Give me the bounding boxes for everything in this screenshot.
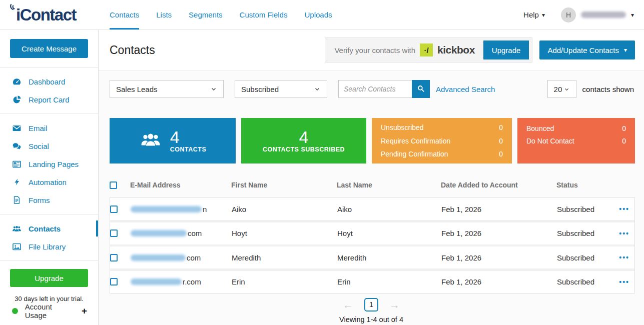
nav-tab-custom-fields[interactable]: Custom Fields xyxy=(240,0,288,30)
row-checkbox[interactable] xyxy=(110,230,118,237)
sidebar-item-label: Contacts xyxy=(29,224,61,233)
sidebar-item-automation[interactable]: Automation xyxy=(0,173,98,191)
search-input[interactable] xyxy=(338,80,412,98)
advanced-search-link[interactable]: Advanced Search xyxy=(436,85,495,94)
stat-label: Pending Confirmation xyxy=(381,150,448,158)
stat-label: Do Not Contact xyxy=(526,137,574,145)
table-row[interactable]: com Hoyt Hoyt Feb 1, 2026 Subscribed ••• xyxy=(110,222,634,244)
pagination: ← 1 → Viewing 1-4 out of 4 xyxy=(99,298,644,324)
user-name-redacted xyxy=(581,12,626,18)
row-menu-icon[interactable]: ••• xyxy=(619,205,634,213)
sidebar-item-email[interactable]: Email xyxy=(0,119,98,137)
danger-stats-card[interactable]: Bounced 0 Do Not Contact 0 xyxy=(517,118,635,164)
first-name-cell: Meredith xyxy=(232,254,337,262)
status-filter-select[interactable]: Subscribed xyxy=(235,80,327,98)
list-filter-select[interactable]: Sales Leads xyxy=(110,80,224,98)
page-number-button[interactable]: 1 xyxy=(364,298,378,312)
sidebar-item-forms[interactable]: Forms xyxy=(0,191,98,209)
caret-down-icon: ▾ xyxy=(624,46,627,54)
expand-plus-icon[interactable]: + xyxy=(82,306,87,316)
kickbox-upgrade-button[interactable]: Upgrade xyxy=(483,40,529,60)
search-icon xyxy=(416,84,425,94)
sidebar-group-channels: Email Social Landing Pages Automation Fo… xyxy=(0,114,98,214)
forms-icon xyxy=(12,196,22,205)
help-menu[interactable]: Help ▾ xyxy=(523,10,545,19)
table-row[interactable]: r.com Erin Erin Feb 1, 2026 Subscribed •… xyxy=(110,271,634,293)
file-library-icon xyxy=(12,242,22,252)
row-menu-icon[interactable]: ••• xyxy=(619,230,634,238)
create-message-button[interactable]: Create Message xyxy=(10,39,88,58)
subscribed-value: 4 xyxy=(299,128,309,146)
contacts-total-value: 4 xyxy=(170,128,207,146)
email-suffix: n xyxy=(203,205,207,214)
stat-label: Unsubscribed xyxy=(381,124,424,132)
row-checkbox[interactable] xyxy=(110,278,118,286)
nav-tab-contacts[interactable]: Contacts xyxy=(110,0,139,30)
stat-line: Do Not Contact 0 xyxy=(526,137,626,145)
email-cell[interactable]: r.com xyxy=(131,278,232,286)
main-content: Contacts Verify your contacts with ·/ ki… xyxy=(99,30,644,325)
select-all-checkbox[interactable] xyxy=(110,182,117,189)
redacted-email xyxy=(131,230,187,236)
email-cell[interactable]: n xyxy=(131,205,232,214)
row-menu-icon[interactable]: ••• xyxy=(619,278,634,286)
last-name-cell: Hoyt xyxy=(337,229,441,238)
upgrade-button[interactable]: Upgrade xyxy=(10,269,88,287)
user-menu-caret-icon[interactable]: ▾ xyxy=(631,12,634,18)
add-update-contacts-button[interactable]: Add/Update Contacts ▾ xyxy=(539,40,635,60)
top-bar: iContact Contacts Lists Segments Custom … xyxy=(0,0,644,30)
status-cell: Subscribed xyxy=(557,254,605,262)
row-menu-icon[interactable]: ••• xyxy=(619,254,634,262)
nav-tab-lists[interactable]: Lists xyxy=(156,0,172,30)
contacts-total-label: CONTACTS xyxy=(170,146,207,153)
filter-bar: Sales Leads Subscribed Advanced Search 2… xyxy=(99,80,644,98)
sidebar-item-label: Forms xyxy=(29,196,50,204)
sidebar-item-file-library[interactable]: File Library xyxy=(0,238,98,256)
list-filter-value: Sales Leads xyxy=(116,85,158,94)
email-cell[interactable]: com xyxy=(131,254,232,262)
date-added-cell: Feb 1, 2026 xyxy=(441,278,557,286)
sidebar-group-overview: Dashboard Report Card xyxy=(0,68,98,114)
sidebar-item-report-card[interactable]: Report Card xyxy=(0,90,98,108)
chevron-down-icon xyxy=(314,86,321,92)
per-page-select[interactable]: 20 xyxy=(547,80,576,98)
status-filter-value: Subscribed xyxy=(241,85,279,94)
search-button[interactable] xyxy=(412,80,430,98)
status-cell: Subscribed xyxy=(557,205,605,214)
stat-line: Bounced 0 xyxy=(526,124,626,132)
contacts-shown-label: contacts shown xyxy=(582,85,634,94)
row-checkbox[interactable] xyxy=(110,206,118,213)
per-page-value: 20 xyxy=(554,85,562,94)
kickbox-banner-text: Verify your contacts with xyxy=(334,46,415,54)
col-header-status: Status xyxy=(556,181,604,189)
sidebar-item-landing-pages[interactable]: Landing Pages xyxy=(0,155,98,173)
sidebar-item-label: File Library xyxy=(29,242,66,251)
contacts-total-card[interactable]: 4 CONTACTS xyxy=(110,118,236,164)
contacts-group-icon xyxy=(139,130,162,152)
stat-line: Requires Confirmation 0 xyxy=(381,137,503,145)
email-cell[interactable]: com xyxy=(131,229,232,238)
sidebar-item-social[interactable]: Social xyxy=(0,137,98,155)
redacted-email xyxy=(131,278,182,285)
col-header-email: E-Mail Address xyxy=(130,181,231,189)
sidebar-item-label: Automation xyxy=(29,178,67,186)
table-row[interactable]: com Meredith Meredith Feb 1, 2026 Subscr… xyxy=(110,246,634,268)
sidebar-item-contacts[interactable]: Contacts xyxy=(0,220,98,238)
nav-tab-segments[interactable]: Segments xyxy=(189,0,223,30)
page-header: Contacts Verify your contacts with ·/ ki… xyxy=(99,30,644,70)
avatar[interactable]: H xyxy=(561,8,576,22)
table-row[interactable]: n Aiko Aiko Feb 1, 2026 Subscribed ••• xyxy=(110,198,634,220)
icontact-logo[interactable]: iContact xyxy=(9,2,76,28)
col-header-date-added: Date Added to Account xyxy=(441,181,556,189)
email-suffix: r.com xyxy=(183,278,201,286)
status-cell: Subscribed xyxy=(557,278,605,286)
prev-page-icon[interactable]: ← xyxy=(343,300,353,310)
warning-stats-card[interactable]: Unsubscribed 0 Requires Confirmation 0 P… xyxy=(372,118,512,164)
contacts-subscribed-card[interactable]: 4 CONTACTS SUBSCRIBED xyxy=(241,118,366,164)
nav-tab-uploads[interactable]: Uploads xyxy=(304,0,332,30)
next-page-icon[interactable]: → xyxy=(389,300,400,310)
top-bar-right: Help ▾ H ▾ xyxy=(523,0,644,30)
sidebar-item-dashboard[interactable]: Dashboard xyxy=(0,72,98,90)
redacted-email xyxy=(131,206,202,212)
row-checkbox[interactable] xyxy=(110,254,118,262)
